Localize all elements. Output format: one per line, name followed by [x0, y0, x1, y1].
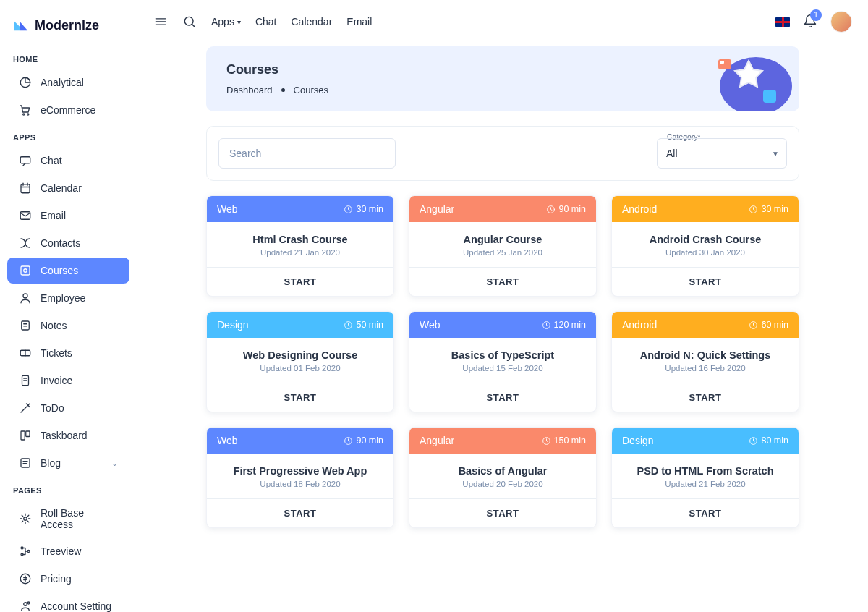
course-duration: 80 min [749, 435, 788, 446]
sidebar-item-todo[interactable]: ToDo [7, 395, 129, 421]
course-title: Android Crash Course [621, 234, 790, 245]
course-header: Web120 min [409, 312, 596, 338]
sidebar-item-label: Notes [41, 320, 67, 331]
notifications-button[interactable]: 1 [803, 14, 817, 30]
menu-toggle-icon[interactable] [153, 14, 168, 29]
sidebar-section-home: HOME [0, 46, 137, 68]
svg-rect-9 [21, 266, 30, 275]
start-button[interactable]: START [207, 383, 393, 412]
sidebar-item-analytical[interactable]: Analytical [7, 69, 129, 95]
sidebar-item-treeview[interactable]: Treeview [7, 538, 129, 564]
start-button[interactable]: START [612, 498, 799, 527]
course-updated: Updated 18 Feb 2020 [216, 480, 385, 488]
breadcrumb-current: Courses [294, 85, 328, 95]
brand-name: Modernize [35, 18, 99, 33]
course-title: Web Designing Course [216, 349, 385, 361]
sidebar-item-notes[interactable]: Notes [7, 313, 129, 339]
user-avatar[interactable] [830, 11, 852, 33]
course-header: Design50 min [207, 312, 393, 338]
svg-point-10 [24, 269, 27, 273]
course-card: Android60 minAndroid N: Quick SettingsUp… [611, 311, 799, 412]
calendar-icon [19, 182, 32, 195]
svg-line-40 [192, 25, 195, 27]
sidebar-item-label: eCommerce [41, 104, 95, 116]
course-title: PSD to HTML From Scratch [621, 465, 790, 477]
sidebar-item-blog[interactable]: Blog⌄ [7, 450, 129, 476]
sidebar-item-invoice[interactable]: Invoice [7, 367, 129, 394]
sidebar-item-roll-base-access[interactable]: Roll Base Access [7, 501, 129, 537]
sidebar-item-label: Email [41, 210, 66, 221]
start-button[interactable]: START [207, 267, 393, 296]
search-input[interactable] [218, 138, 396, 169]
ecommerce-icon [19, 103, 32, 116]
svg-rect-20 [21, 431, 25, 440]
toplink-calendar[interactable]: Calendar [292, 16, 333, 27]
sidebar-item-label: Taskboard [41, 430, 88, 441]
page-header-card: Courses Dashboard Courses [206, 46, 799, 111]
start-button[interactable]: START [612, 267, 799, 296]
sidebar-item-label: Treeview [41, 545, 81, 557]
svg-rect-44 [763, 90, 776, 103]
course-card: Web120 minBasics of TypeScriptUpdated 15… [409, 311, 597, 412]
course-card: Design50 minWeb Designing CourseUpdated … [206, 311, 394, 412]
course-category: Angular [420, 435, 454, 446]
sidebar-item-pricing[interactable]: Pricing [7, 566, 129, 592]
toplink-email[interactable]: Email [346, 16, 372, 27]
course-duration: 30 min [344, 204, 383, 214]
course-header: Angular150 min [409, 428, 596, 454]
course-card: Angular90 minAngular CourseUpdated 25 Ja… [409, 195, 597, 297]
course-body: Basics of TypeScriptUpdated 15 Feb 2020 [409, 338, 596, 383]
filter-bar: Category* All ▼ [206, 126, 799, 181]
pricing-icon [19, 572, 32, 585]
sidebar-item-label: Blog [41, 457, 61, 469]
course-body: Basics of AngularUpdated 20 Feb 2020 [409, 454, 596, 498]
svg-point-30 [24, 603, 27, 606]
language-flag-icon[interactable] [775, 17, 790, 27]
course-updated: Updated 01 Feb 2020 [216, 364, 385, 373]
sidebar-item-courses[interactable]: Courses [7, 258, 129, 284]
course-header: Android60 min [612, 312, 799, 338]
start-button[interactable]: START [207, 498, 393, 527]
start-button[interactable]: START [409, 498, 596, 527]
sidebar-item-ecommerce[interactable]: eCommerce [7, 97, 129, 123]
course-updated: Updated 16 Feb 2020 [621, 364, 790, 373]
course-updated: Updated 25 Jan 2020 [418, 248, 587, 257]
sidebar-item-taskboard[interactable]: Taskboard [7, 422, 129, 449]
sidebar-item-label: Pricing [41, 573, 72, 585]
sidebar-section-pages: PAGES [0, 477, 137, 499]
breadcrumb-home[interactable]: Dashboard [226, 85, 273, 95]
brand-logo-icon [13, 17, 29, 33]
brand[interactable]: Modernize [0, 7, 137, 46]
search-icon[interactable] [182, 14, 197, 29]
sidebar-item-tickets[interactable]: Tickets [7, 340, 129, 366]
tickets-icon [19, 347, 32, 360]
start-button[interactable]: START [409, 267, 596, 296]
chevron-down-icon: ▾ [237, 18, 241, 26]
sidebar-section-apps: APPS [0, 124, 137, 146]
start-button[interactable]: START [612, 383, 799, 412]
sidebar-item-label: Roll Base Access [41, 507, 118, 530]
sidebar-item-calendar[interactable]: Calendar [7, 175, 129, 201]
toplink-apps[interactable]: Apps ▾ [211, 16, 241, 27]
svg-rect-21 [26, 431, 30, 437]
sidebar-item-employee[interactable]: Employee [7, 285, 129, 311]
course-body: Web Designing CourseUpdated 01 Feb 2020 [207, 338, 393, 383]
course-updated: Updated 15 Feb 2020 [418, 364, 587, 373]
employee-icon [19, 292, 32, 305]
start-button[interactable]: START [409, 383, 596, 412]
course-title: First Progressive Web App [216, 465, 385, 477]
sidebar-item-contacts[interactable]: Contacts [7, 230, 129, 256]
sidebar-item-chat[interactable]: Chat [7, 148, 129, 174]
course-body: PSD to HTML From ScratchUpdated 21 Feb 2… [612, 454, 799, 498]
category-select[interactable]: All ▼ [657, 138, 787, 169]
course-duration: 120 min [542, 320, 586, 330]
course-title: Android N: Quick Settings [621, 349, 790, 361]
svg-point-31 [27, 602, 30, 604]
course-title: Basics of Angular [418, 465, 587, 477]
course-category: Android [622, 319, 657, 331]
sidebar-item-account-setting[interactable]: Account Setting [7, 593, 129, 612]
sidebar-item-label: Chat [41, 155, 62, 166]
toplink-chat[interactable]: Chat [255, 16, 277, 27]
sidebar-item-email[interactable]: Email [7, 203, 129, 229]
course-category: Design [622, 435, 654, 446]
